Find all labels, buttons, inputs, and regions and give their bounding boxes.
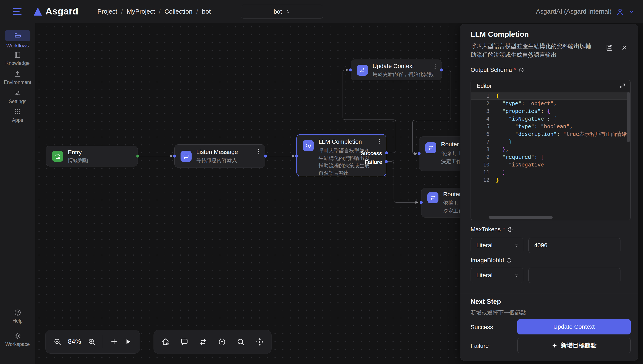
search-icon[interactable]	[236, 338, 245, 346]
failure-port-label[interactable]: Failure	[365, 159, 382, 165]
node-entry[interactable]: Entry 情緒判斷	[46, 146, 138, 166]
code-line: 11 ]	[471, 168, 627, 176]
node-title: LLM Completion	[318, 138, 362, 145]
add-node-icon[interactable]	[110, 338, 118, 346]
help-circle-icon	[14, 309, 22, 316]
expand-icon[interactable]	[620, 83, 626, 89]
close-icon[interactable]	[621, 44, 628, 51]
sidebar-item-label: Apps	[0, 117, 35, 123]
breadcrumb-item[interactable]: Project	[98, 8, 117, 15]
upload-icon	[14, 70, 22, 78]
sidebar-item-workspace[interactable]: Workspace	[0, 332, 35, 347]
breadcrumb-separator: /	[196, 8, 198, 15]
max-tokens-mode-select[interactable]: Literal	[470, 238, 523, 253]
sidebar-item-environment[interactable]: Environment	[0, 70, 35, 85]
apps-grid-icon	[14, 108, 22, 116]
node-title: Listen Message	[196, 148, 238, 156]
success-target-button[interactable]: Update Context	[517, 319, 631, 334]
kebab-menu-icon[interactable]	[255, 148, 262, 155]
kebab-menu-icon[interactable]	[376, 138, 383, 145]
workflow-selector-value: bot	[274, 8, 282, 15]
sidebar-item-label: Settings	[0, 99, 35, 104]
panel-description: 呼叫大型語言模型並產生結構化的資料輸出以輔助流程的決策或生成自然語言輸出	[470, 42, 594, 59]
breadcrumb-separator: /	[159, 8, 160, 15]
hamburger-menu-icon[interactable]	[12, 6, 24, 18]
zoom-in-icon[interactable]	[88, 338, 96, 346]
code-area[interactable]: 1{2 "type": "object",3 "properties": {4 …	[471, 92, 627, 215]
sidebar-item-workflows[interactable]: Workflows	[0, 30, 35, 49]
line-number: 9	[471, 153, 496, 161]
node-subtitle: 用於更新內容，初始化變數	[372, 71, 434, 78]
node-subtitle: 等待訊息內容輸入	[196, 157, 237, 164]
schema-editor[interactable]: Editor 1{2 "type": "object",3 "propertie…	[470, 80, 631, 220]
line-number: 6	[471, 130, 496, 138]
asgard-logo-text: Asgard	[46, 6, 78, 16]
node-title: Router	[443, 191, 461, 198]
sidebar-item-help[interactable]: Help	[0, 309, 35, 324]
code-line: 12}	[471, 176, 627, 184]
workflow-selector[interactable]: bot	[241, 5, 323, 19]
plus-icon	[552, 342, 558, 348]
save-icon[interactable]	[605, 44, 614, 52]
run-workflow-icon[interactable]	[124, 338, 132, 346]
sidebar-item-label: Workspace	[0, 342, 35, 347]
node-config-panel: LLM Completion 呼叫大型語言模型並產生結構化的資料輸出以輔助流程的…	[460, 24, 638, 361]
failure-add-target-label: 新增目標節點	[561, 342, 597, 350]
node-listen-message[interactable]: Listen Message 等待訊息內容輸入	[174, 144, 265, 168]
code-line: 9 "required": [	[471, 153, 627, 161]
gear-icon	[14, 332, 22, 340]
editor-horizontal-scrollbar[interactable]	[489, 216, 553, 219]
breadcrumb-item[interactable]: MyProject	[127, 8, 155, 15]
asgard-logo-icon	[32, 6, 44, 17]
updown-chevron-icon	[514, 272, 519, 278]
line-number: 10	[471, 161, 496, 168]
info-icon[interactable]	[507, 227, 513, 232]
chat-bubble-icon[interactable]	[180, 338, 189, 346]
llm-refresh-icon	[303, 140, 314, 151]
node-llm-completion[interactable]: LLM Completion 呼叫大型語言模型並產生結構化的資料輸出以輔助流程的…	[296, 134, 386, 176]
swap-arrows-icon	[357, 65, 368, 76]
info-icon[interactable]	[518, 67, 524, 73]
code-line: 7 }	[471, 138, 627, 146]
chevron-down-icon[interactable]	[628, 8, 634, 14]
output-schema-label: Output Schema	[470, 66, 512, 73]
next-step-subtitle: 新增或選擇下一個節點	[470, 309, 526, 316]
swap-arrows-icon[interactable]	[198, 338, 208, 346]
success-port-label[interactable]: Success	[360, 150, 382, 156]
info-icon[interactable]	[506, 258, 512, 263]
sidebar-item-settings[interactable]: Settings	[0, 89, 35, 104]
panel-title: LLM Completion	[470, 30, 529, 38]
sidebar-item-apps[interactable]: Apps	[0, 108, 35, 123]
required-mark: *	[503, 226, 505, 233]
node-title: Update Context	[372, 63, 414, 70]
line-number: 2	[471, 100, 496, 107]
code-line: 8 },	[471, 146, 627, 153]
line-number: 3	[471, 107, 496, 115]
output-schema-label-row: Output Schema *	[470, 66, 524, 73]
chat-bubble-icon	[180, 151, 192, 162]
zoom-out-icon[interactable]	[53, 338, 62, 346]
max-tokens-input[interactable]	[528, 238, 620, 253]
llm-refresh-icon[interactable]	[218, 338, 226, 346]
failure-row-label: Failure	[470, 342, 489, 349]
move-diamond-icon[interactable]	[255, 338, 264, 346]
editor-vertical-scrollbar[interactable]	[627, 92, 630, 142]
person-icon[interactable]	[616, 7, 624, 16]
sidebar-item-knowledge[interactable]: Knowledge	[0, 51, 35, 66]
failure-add-target-button[interactable]: 新增目標節點	[517, 338, 631, 353]
account-area[interactable]: AsgardAI (Asgard Internal)	[536, 0, 634, 23]
home-plus-icon[interactable]	[161, 338, 170, 346]
required-mark: *	[514, 66, 516, 73]
breadcrumb-item[interactable]: Collection	[164, 8, 192, 15]
line-number: 7	[471, 138, 496, 146]
line-number: 8	[471, 146, 496, 153]
left-sidebar: WorkflowsKnowledgeEnvironmentSettingsApp…	[0, 23, 35, 364]
sidebar-item-label: Environment	[0, 80, 35, 85]
breadcrumb-item[interactable]: bot	[202, 8, 211, 15]
image-blob-id-mode-select[interactable]: Literal	[470, 268, 523, 283]
node-update-context[interactable]: Update Context 用於更新內容，初始化變數	[351, 60, 442, 80]
image-blob-id-input[interactable]	[528, 268, 620, 283]
code-line: 2 "type": "object",	[471, 100, 627, 107]
zoom-level: 84%	[67, 338, 82, 346]
kebab-menu-icon[interactable]	[432, 63, 439, 70]
